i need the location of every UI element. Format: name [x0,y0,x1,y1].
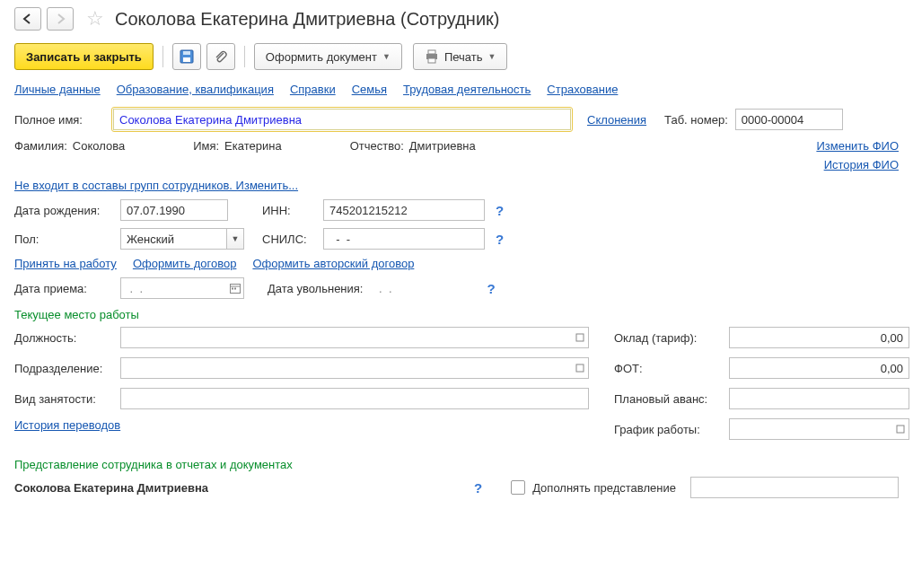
schedule-open-button[interactable] [891,418,909,440]
position-label: Должность: [14,331,113,345]
salary-input[interactable] [729,327,909,348]
chevron-down-icon: ▼ [382,52,391,61]
fullname-label: Полное имя: [14,113,104,127]
save-and-close-button[interactable]: Записать и закрыть [14,43,154,70]
svg-rect-8 [232,288,233,290]
department-label: Подразделение: [14,362,113,375]
patronymic-label: Отчество: [350,139,404,153]
snils-help-icon[interactable]: ? [492,232,507,247]
transfers-history-link[interactable]: История переводов [14,418,120,432]
printer-icon [425,49,439,64]
svg-rect-11 [576,364,584,372]
hire-date-input[interactable] [120,277,226,299]
fullname-input[interactable] [113,109,571,130]
toolbar-divider [244,46,245,67]
position-input[interactable] [120,327,571,348]
fio-history-link[interactable]: История ФИО [824,158,899,171]
inn-help-icon[interactable]: ? [492,203,507,218]
sex-dropdown-button[interactable]: ▼ [226,228,244,250]
tab-references[interactable]: Справки [290,83,336,96]
tab-education[interactable]: Образование, квалификация [117,83,274,96]
sex-label: Пол: [14,233,113,246]
page-title: Соколова Екатерина Дмитриевна (Сотрудник… [115,9,500,30]
svg-rect-5 [428,58,435,63]
toolbar-divider [162,46,163,67]
hire-date-picker-button[interactable] [226,277,244,299]
tab-insurance[interactable]: Страхование [547,83,618,96]
open-dialog-icon [575,364,584,373]
nav-forward-button[interactable] [47,7,74,31]
hire-link[interactable]: Принять на работу [14,257,117,270]
open-dialog-icon [896,425,905,434]
svg-rect-4 [428,50,435,54]
chevron-down-icon: ▼ [487,52,496,61]
print-button[interactable]: Печать ▼ [413,43,508,70]
dob-label: Дата рождения: [14,204,113,217]
inn-input[interactable] [323,199,485,221]
attachment-button[interactable] [206,43,235,70]
change-fio-link[interactable]: Изменить ФИО [816,139,899,153]
tabno-input[interactable] [735,109,843,130]
paperclip-icon [214,49,228,64]
fot-label: ФОТ: [614,362,722,375]
patronymic-value: Дмитриевна [409,139,476,153]
append-representation-checkbox[interactable] [511,480,525,495]
svg-rect-1 [183,57,190,62]
append-representation-label: Дополнять представление [532,481,676,495]
svg-rect-2 [183,51,190,55]
floppy-icon [180,49,194,64]
name-label: Имя: [193,139,219,153]
create-document-button[interactable]: Оформить документ ▼ [254,43,402,70]
position-open-button[interactable] [571,327,589,348]
department-open-button[interactable] [571,357,589,379]
advance-input[interactable] [729,388,909,409]
svg-rect-12 [897,426,904,433]
fire-date-label: Дата увольнения: [268,282,363,295]
surname-value: Соколова [73,139,125,153]
name-value: Екатерина [224,139,282,153]
hire-date-label: Дата приема: [14,282,113,295]
favorite-star-icon[interactable]: ☆ [84,8,106,30]
tab-family[interactable]: Семья [352,83,387,96]
tab-personal[interactable]: Личные данные [14,83,101,96]
salary-label: Оклад (тариф): [614,331,722,345]
calendar-icon [230,283,241,294]
schedule-input[interactable] [729,418,891,440]
open-dialog-icon [575,333,584,342]
employee-groups-link[interactable]: Не входит в составы групп сотрудников. И… [14,179,298,192]
department-input[interactable] [120,357,571,379]
nav-back-button[interactable] [14,7,41,31]
inn-label: ИНН: [262,204,316,217]
fire-date-value [370,277,476,299]
sex-input[interactable] [120,228,226,250]
employment-type-input[interactable] [120,388,589,409]
fot-input[interactable] [729,357,909,379]
append-representation-input[interactable] [690,477,899,498]
advance-label: Плановый аванс: [614,392,722,406]
dob-input[interactable] [120,199,228,221]
surname-label: Фамилия: [14,139,67,153]
fire-date-help-icon[interactable]: ? [483,281,498,296]
save-button[interactable] [172,43,201,70]
svg-rect-9 [234,288,236,290]
representation-heading: Представление сотрудника в отчетах и док… [14,458,899,471]
representation-name: Соколова Екатерина Дмитриевна [14,481,463,495]
svg-rect-10 [576,334,584,341]
declension-link[interactable]: Склонения [587,113,646,127]
employment-type-label: Вид занятости: [14,392,113,406]
tab-work-history[interactable]: Трудовая деятельность [403,83,531,96]
snils-input[interactable] [323,228,485,250]
representation-help-icon[interactable]: ? [470,480,486,496]
current-job-heading: Текущее место работы [14,308,899,321]
contract-link[interactable]: Оформить договор [133,257,237,270]
snils-label: СНИЛС: [262,233,316,246]
author-contract-link[interactable]: Оформить авторский договор [252,257,414,270]
tabno-label: Таб. номер: [664,113,728,127]
schedule-label: График работы: [614,423,722,436]
